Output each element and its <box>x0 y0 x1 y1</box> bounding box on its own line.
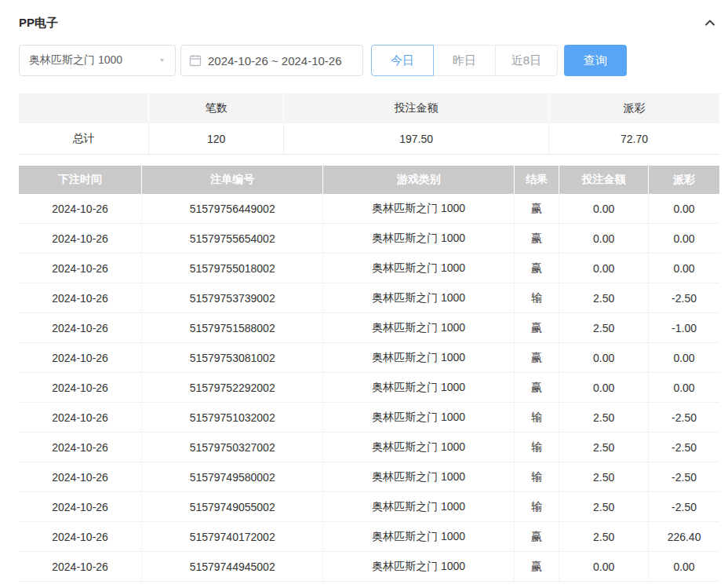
cell-order-id: 51579755018002 <box>142 254 323 283</box>
cell-bet-amount: 2.50 <box>559 462 649 491</box>
cell-bet-time: 2024-10-26 <box>19 254 142 283</box>
cell-result: 赢 <box>515 224 559 253</box>
quick-date-button-group: 今日 昨日 近8日 <box>371 45 558 76</box>
summary-total-payout: 72.70 <box>549 123 719 155</box>
panel-title: PP电子 <box>19 16 58 31</box>
cell-order-id: 51579756449002 <box>142 194 323 223</box>
cell-result: 输 <box>515 433 559 462</box>
cell-order-id: 51579755654002 <box>142 224 323 253</box>
summary-header-count: 笔数 <box>149 93 284 123</box>
records-table-body: 2024-10-26 51579756449002 奥林匹斯之门 1000 赢 … <box>19 194 719 582</box>
records-header-bet-time: 下注时间 <box>19 166 142 194</box>
cell-game-type: 奥林匹斯之门 1000 <box>323 373 515 402</box>
cell-bet-amount: 2.50 <box>559 283 649 312</box>
cell-bet-amount: 2.50 <box>559 403 649 432</box>
cell-order-id: 51579751032002 <box>142 403 323 432</box>
cell-payout: 0.00 <box>649 373 719 402</box>
table-row: 2024-10-26 51579751588002 奥林匹斯之门 1000 赢 … <box>19 313 719 343</box>
cell-bet-time: 2024-10-26 <box>19 224 142 253</box>
table-row: 2024-10-26 51579756449002 奥林匹斯之门 1000 赢 … <box>19 194 719 224</box>
cell-bet-time: 2024-10-26 <box>19 433 142 462</box>
cell-payout: -2.50 <box>649 433 719 462</box>
cell-payout: 0.00 <box>649 552 719 581</box>
cell-bet-amount: 2.50 <box>559 492 649 521</box>
cell-result: 赢 <box>515 373 559 402</box>
cell-bet-amount: 0.00 <box>559 254 649 283</box>
table-row: 2024-10-26 51579752292002 奥林匹斯之门 1000 赢 … <box>19 373 719 403</box>
calendar-icon <box>189 54 202 67</box>
table-row: 2024-10-26 51579749055002 奥林匹斯之门 1000 输 … <box>19 492 719 522</box>
cell-game-type: 奥林匹斯之门 1000 <box>323 313 515 342</box>
cell-bet-amount: 0.00 <box>559 194 649 223</box>
cell-payout: 226.40 <box>649 522 719 551</box>
cell-result: 赢 <box>515 313 559 342</box>
cell-bet-amount: 0.00 <box>559 373 649 402</box>
cell-bet-time: 2024-10-26 <box>19 373 142 402</box>
cell-order-id: 51579752292002 <box>142 373 323 402</box>
summary-table: 笔数 投注金额 派彩 总计 120 197.50 72.70 <box>19 93 719 155</box>
records-header-result: 结果 <box>515 166 559 194</box>
cell-game-type: 奥林匹斯之门 1000 <box>323 552 515 581</box>
cell-payout: -1.00 <box>649 313 719 342</box>
cell-game-type: 奥林匹斯之门 1000 <box>323 254 515 283</box>
cell-payout: 0.00 <box>649 343 719 372</box>
cell-bet-time: 2024-10-26 <box>19 492 142 521</box>
cell-order-id: 51579740172002 <box>142 522 323 551</box>
cell-result: 赢 <box>515 254 559 283</box>
date-range-value: 2024-10-26 ~ 2024-10-26 <box>208 54 342 68</box>
cell-bet-amount: 2.50 <box>559 313 649 342</box>
cell-order-id: 51579744945002 <box>142 552 323 581</box>
cell-payout: -2.50 <box>649 462 719 491</box>
records-header-game-type: 游戏类别 <box>323 166 515 194</box>
records-table: 下注时间 注单编号 游戏类别 结果 投注金额 派彩 2024-10-26 515… <box>19 166 719 582</box>
cell-payout: -2.50 <box>649 492 719 521</box>
collapse-chevron-up-icon[interactable] <box>704 16 719 29</box>
cell-order-id: 51579750327002 <box>142 433 323 462</box>
cell-order-id: 51579749580002 <box>142 462 323 491</box>
last-8-days-button[interactable]: 近8日 <box>495 45 558 76</box>
cell-bet-time: 2024-10-26 <box>19 522 142 551</box>
today-button[interactable]: 今日 <box>371 45 434 76</box>
game-select[interactable]: 奥林匹斯之门 1000 ▼ <box>19 45 176 76</box>
cell-result: 输 <box>515 462 559 491</box>
cell-game-type: 奥林匹斯之门 1000 <box>323 224 515 253</box>
cell-game-type: 奥林匹斯之门 1000 <box>323 433 515 462</box>
table-row: 2024-10-26 51579749580002 奥林匹斯之门 1000 输 … <box>19 462 719 492</box>
pp-games-panel: PP电子 奥林匹斯之门 1000 ▼ 2024-10-26 ~ 2024-10-… <box>0 0 728 582</box>
yesterday-button[interactable]: 昨日 <box>433 45 496 76</box>
cell-bet-amount: 2.50 <box>559 433 649 462</box>
cell-game-type: 奥林匹斯之门 1000 <box>323 194 515 223</box>
cell-order-id: 51579753081002 <box>142 343 323 372</box>
cell-bet-amount: 2.50 <box>559 522 649 551</box>
panel-header: PP电子 <box>19 14 719 31</box>
cell-payout: -2.50 <box>649 283 719 312</box>
summary-total-label: 总计 <box>19 123 149 155</box>
records-header-payout: 派彩 <box>649 166 719 194</box>
table-row: 2024-10-26 51579755018002 奥林匹斯之门 1000 赢 … <box>19 254 719 283</box>
game-select-value: 奥林匹斯之门 1000 <box>29 53 122 68</box>
table-row: 2024-10-26 51579753081002 奥林匹斯之门 1000 赢 … <box>19 343 719 373</box>
cell-bet-amount: 0.00 <box>559 224 649 253</box>
cell-bet-time: 2024-10-26 <box>19 194 142 223</box>
filter-controls: 奥林匹斯之门 1000 ▼ 2024-10-26 ~ 2024-10-26 今日… <box>19 45 719 76</box>
summary-total-row: 总计 120 197.50 72.70 <box>19 123 719 155</box>
chevron-down-icon: ▼ <box>158 57 166 64</box>
cell-bet-time: 2024-10-26 <box>19 403 142 432</box>
summary-header-row: 笔数 投注金额 派彩 <box>19 93 719 123</box>
cell-order-id: 51579749055002 <box>142 492 323 521</box>
summary-total-bet-amount: 197.50 <box>284 123 549 155</box>
cell-result: 输 <box>515 492 559 521</box>
date-range-input[interactable]: 2024-10-26 ~ 2024-10-26 <box>180 45 363 76</box>
cell-result: 赢 <box>515 343 559 372</box>
cell-result: 赢 <box>515 522 559 551</box>
cell-game-type: 奥林匹斯之门 1000 <box>323 492 515 521</box>
query-button[interactable]: 查询 <box>564 45 627 76</box>
cell-game-type: 奥林匹斯之门 1000 <box>323 403 515 432</box>
records-header-bet-amount: 投注金额 <box>559 166 649 194</box>
cell-bet-amount: 0.00 <box>559 343 649 372</box>
table-row: 2024-10-26 51579751032002 奥林匹斯之门 1000 输 … <box>19 403 719 433</box>
cell-bet-time: 2024-10-26 <box>19 462 142 491</box>
cell-game-type: 奥林匹斯之门 1000 <box>323 462 515 491</box>
records-header-order-id: 注单编号 <box>142 166 323 194</box>
cell-result: 输 <box>515 403 559 432</box>
